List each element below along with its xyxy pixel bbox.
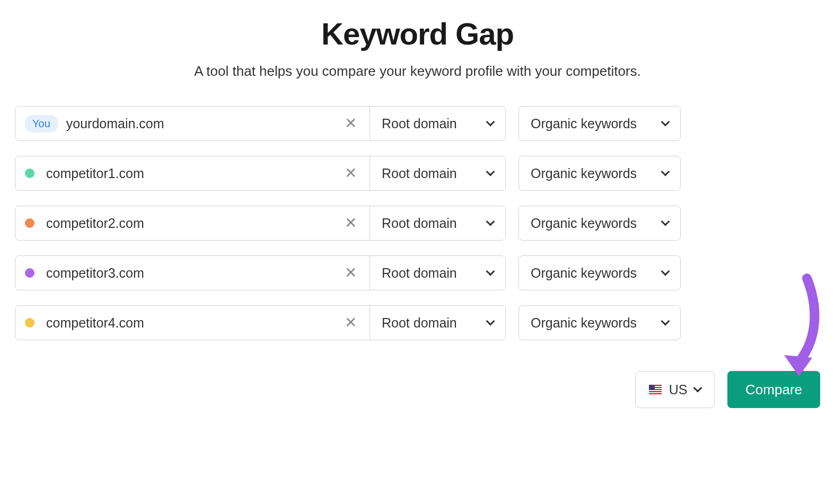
chevron-down-icon	[486, 167, 495, 176]
clear-icon[interactable]: ✕	[341, 315, 360, 330]
keyword-type-label: Organic keywords	[531, 266, 637, 281]
domain-rows: You ✕ Root domain Organic keywords ✕ Roo…	[15, 106, 820, 340]
scope-label: Root domain	[382, 166, 457, 181]
keyword-type-select[interactable]: Organic keywords	[518, 156, 681, 191]
footer-controls: US Compare	[15, 371, 820, 408]
competitor-dot-icon	[25, 169, 34, 178]
chevron-down-icon	[486, 217, 495, 226]
clear-icon[interactable]: ✕	[341, 266, 360, 280]
scope-label: Root domain	[382, 116, 457, 131]
competitor-dot-icon	[25, 268, 34, 278]
domain-input-group: ✕ Root domain	[15, 255, 506, 290]
domain-input-wrapper[interactable]: You ✕	[15, 107, 370, 140]
chevron-down-icon	[661, 118, 670, 127]
chevron-down-icon	[486, 317, 495, 326]
scope-label: Root domain	[382, 266, 457, 281]
domain-input-group: ✕ Root domain	[15, 156, 506, 191]
keyword-type-label: Organic keywords	[531, 315, 637, 331]
competitor-dot-icon	[25, 318, 34, 328]
chevron-down-icon	[486, 118, 495, 127]
you-badge: You	[25, 115, 58, 132]
scope-label: Root domain	[382, 216, 457, 231]
competitor-domain-input[interactable]	[46, 266, 341, 281]
domain-row: ✕ Root domain Organic keywords	[15, 156, 820, 191]
scope-select[interactable]: Root domain	[370, 206, 505, 240]
domain-input-wrapper[interactable]: ✕	[15, 256, 370, 290]
chevron-down-icon	[661, 167, 670, 176]
page-title: Keyword Gap	[15, 16, 820, 51]
domain-input-group: You ✕ Root domain	[15, 106, 506, 141]
keyword-type-label: Organic keywords	[531, 116, 637, 131]
chevron-down-icon	[661, 317, 670, 326]
competitor-domain-input[interactable]	[46, 216, 341, 231]
keyword-type-label: Organic keywords	[531, 216, 637, 231]
domain-row: ✕ Root domain Organic keywords	[15, 255, 820, 290]
scope-label: Root domain	[382, 315, 457, 331]
scope-select[interactable]: Root domain	[370, 256, 505, 290]
scope-select[interactable]: Root domain	[370, 107, 505, 140]
competitor-domain-input[interactable]	[46, 166, 341, 181]
your-domain-input[interactable]	[66, 116, 341, 131]
chevron-down-icon	[693, 384, 702, 393]
keyword-type-select[interactable]: Organic keywords	[518, 255, 681, 290]
scope-select[interactable]: Root domain	[370, 156, 505, 190]
clear-icon[interactable]: ✕	[341, 166, 360, 181]
clear-icon[interactable]: ✕	[341, 116, 360, 131]
competitor-dot-icon	[25, 218, 34, 228]
country-select[interactable]: US	[635, 371, 715, 408]
keyword-type-label: Organic keywords	[531, 166, 637, 181]
keyword-type-select[interactable]: Organic keywords	[518, 305, 681, 340]
page-header: Keyword Gap A tool that helps you compar…	[15, 16, 820, 79]
domain-input-wrapper[interactable]: ✕	[15, 156, 370, 190]
chevron-down-icon	[486, 267, 495, 276]
competitor-domain-input[interactable]	[46, 315, 341, 331]
chevron-down-icon	[661, 217, 670, 226]
country-label: US	[669, 382, 688, 397]
domain-input-group: ✕ Root domain	[15, 305, 506, 340]
domain-row: ✕ Root domain Organic keywords	[15, 206, 820, 241]
page-subtitle: A tool that helps you compare your keywo…	[15, 63, 820, 79]
chevron-down-icon	[661, 267, 670, 276]
domain-input-wrapper[interactable]: ✕	[15, 206, 370, 240]
keyword-type-select[interactable]: Organic keywords	[518, 206, 681, 241]
domain-input-wrapper[interactable]: ✕	[15, 306, 370, 340]
clear-icon[interactable]: ✕	[341, 216, 360, 231]
keyword-type-select[interactable]: Organic keywords	[518, 106, 681, 141]
domain-row: ✕ Root domain Organic keywords	[15, 305, 820, 340]
scope-select[interactable]: Root domain	[370, 306, 505, 340]
compare-button[interactable]: Compare	[727, 371, 820, 408]
domain-row: You ✕ Root domain Organic keywords	[15, 106, 820, 141]
us-flag-icon	[649, 385, 662, 394]
domain-input-group: ✕ Root domain	[15, 206, 506, 241]
